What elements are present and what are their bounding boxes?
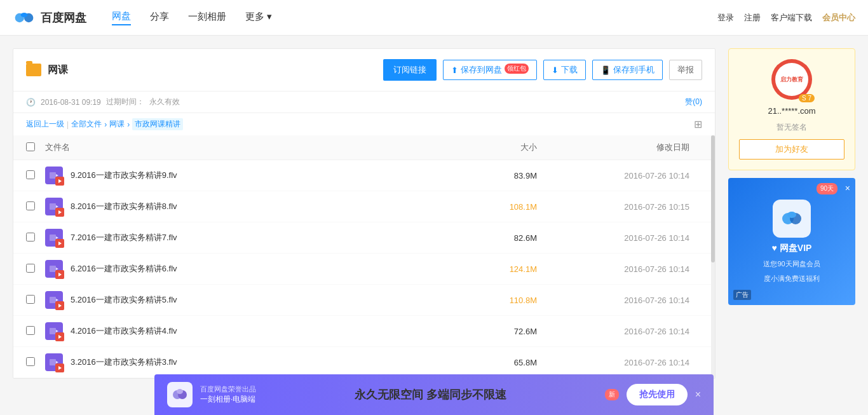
view-toggle[interactable]: ⊞	[694, 118, 702, 130]
ad-label: 广告	[733, 290, 751, 300]
subscribe-button[interactable]: 订阅链接	[383, 59, 437, 81]
svg-point-2	[21, 12, 28, 17]
file-checkbox-0[interactable]	[26, 170, 35, 179]
login-link[interactable]: 登录	[717, 12, 734, 24]
file-checkbox-5[interactable]	[26, 326, 35, 335]
ad-close-button[interactable]: ×	[845, 183, 850, 193]
scrollbar-track[interactable]	[711, 135, 715, 378]
file-icon-wrap	[45, 260, 65, 278]
table-row[interactable]: 9.2016一建市政实务精讲9.flv 83.9M 2016-07-26 10:…	[13, 160, 715, 191]
video-file-icon	[45, 260, 63, 278]
table-header: 文件名 大小 修改日期	[13, 135, 715, 160]
play-badge	[55, 364, 64, 372]
main-nav: 网盘 分享 一刻相册 更多 ▾	[112, 10, 717, 25]
avatar-wrap: 启力教育 S 7	[771, 59, 812, 100]
svg-marker-11	[58, 242, 62, 245]
vip-badge: S 7	[799, 94, 815, 102]
meta-date: 2016-08-31 09:19	[41, 98, 101, 107]
save-cloud-icon: ⬆	[451, 65, 458, 75]
file-size: 65.8M	[499, 358, 575, 367]
save-to-cloud-button[interactable]: ⬆ 保存到网盘 领红包	[443, 60, 537, 80]
breadcrumb-parent[interactable]: 网课	[109, 119, 125, 130]
scrollbar-thumb[interactable]	[711, 135, 715, 262]
meta-expiry-value: 永久有效	[149, 97, 180, 107]
table-row[interactable]: 8.2016一建市政实务精讲8.flv 108.1M 2016-07-26 10…	[13, 191, 715, 222]
breadcrumb-arrow-2: ›	[127, 120, 130, 129]
svg-marker-5	[58, 179, 62, 183]
play-badge	[55, 270, 64, 279]
nav-item-share[interactable]: 分享	[150, 11, 169, 25]
file-size: 124.1M	[499, 264, 575, 274]
column-header-name: 文件名	[45, 142, 499, 153]
logo-text: 百度网盘	[41, 10, 86, 25]
meta-row: 🕐 2016-08-31 09:19 过期时间： 永久有效 赞(0)	[13, 92, 715, 113]
file-name: 8.2016一建市政实务精讲8.flv	[71, 201, 499, 212]
svg-point-26	[787, 212, 796, 218]
file-name: 7.2016一建市政实务精讲7.flv	[71, 232, 499, 243]
file-size: 82.6M	[499, 233, 575, 243]
file-icon-wrap	[45, 353, 65, 371]
register-link[interactable]: 注册	[744, 12, 761, 24]
action-buttons: 订阅链接 ⬆ 保存到网盘 领红包 ⬇ 下载 📱 保存到手机 举报	[383, 59, 702, 81]
table-row[interactable]: 5.2016一建市政实务精讲5.flv 110.8M 2016-07-26 10…	[13, 285, 715, 316]
table-row[interactable]: 3.2016一建市政实务精讲3.flv 65.8M 2016-07-26 10:…	[13, 347, 715, 378]
file-size: 72.6M	[499, 327, 575, 336]
file-checkbox-3[interactable]	[26, 264, 35, 273]
file-checkbox-1[interactable]	[26, 201, 35, 210]
meta-likes[interactable]: 赞(0)	[685, 97, 702, 107]
meta-left: 🕐 2016-08-31 09:19 过期时间： 永久有效	[26, 97, 180, 107]
file-name: 9.2016一建市政实务精讲9.flv	[71, 170, 499, 181]
breadcrumb-back[interactable]: 返回上一级	[26, 119, 64, 130]
file-name: 3.2016一建市政实务精讲3.flv	[71, 357, 499, 368]
ad-vip-label: ♥ 网盘VIP	[772, 243, 812, 254]
svg-marker-17	[58, 304, 62, 308]
download-button[interactable]: ⬇ 下载	[543, 60, 586, 80]
nav-item-wangpan[interactable]: 网盘	[112, 10, 131, 25]
file-name: 6.2016一建市政实务精讲6.flv	[71, 263, 499, 275]
file-checkbox-6[interactable]	[26, 357, 35, 366]
play-badge	[55, 177, 64, 186]
main-container: 网课 订阅链接 ⬆ 保存到网盘 领红包 ⬇ 下载 📱 保存到手机 举报	[0, 36, 868, 379]
add-friend-button[interactable]: 加为好友	[739, 139, 844, 160]
client-download-link[interactable]: 客户端下载	[771, 12, 812, 24]
header-right: 登录 注册 客户端下载 会员中心	[717, 12, 855, 24]
file-date: 2016-07-26 10:14	[575, 264, 702, 274]
video-file-icon	[45, 322, 63, 340]
file-size: 108.1M	[499, 202, 575, 212]
video-file-icon	[45, 229, 63, 247]
table-row[interactable]: 6.2016一建市政实务精讲6.flv 124.1M 2016-07-26 10…	[13, 254, 715, 285]
select-all-checkbox[interactable]	[26, 142, 35, 151]
table-row[interactable]: 7.2016一建市政实务精讲7.flv 82.6M 2016-07-26 10:…	[13, 222, 715, 254]
file-list-wrap: 文件名 大小 修改日期	[13, 135, 715, 378]
breadcrumb-current[interactable]: 市政网课精讲	[132, 118, 183, 130]
file-checkbox-2[interactable]	[26, 233, 35, 242]
report-button[interactable]: 举报	[669, 60, 702, 80]
grid-view-icon[interactable]: ⊞	[694, 118, 702, 130]
vip-center-link[interactable]: 会员中心	[822, 12, 855, 24]
file-icon-wrap	[45, 322, 65, 340]
breadcrumb-row: 返回上一级 | 全部文件 › 网课 › 市政网课精讲 ⊞	[13, 113, 715, 135]
header: 百度网盘 网盘 分享 一刻相册 更多 ▾ 登录 注册 客户端下载 会员中心	[0, 0, 868, 36]
breadcrumb-arrow-1: ›	[104, 120, 107, 129]
ad-vip-icon	[773, 200, 811, 238]
ad-banner: 90天 × ♥ 网盘VIP 送您90天网盘会员 度小满免费送福利 广告	[728, 178, 855, 305]
nav-item-album[interactable]: 一刻相册	[188, 11, 226, 25]
avatar-text: 启力教育	[780, 76, 803, 83]
svg-marker-14	[58, 273, 62, 276]
profile-nickname: 暂无签名	[776, 122, 807, 133]
logo-icon	[13, 9, 36, 27]
breadcrumb-all-files[interactable]: 全部文件	[71, 119, 102, 130]
file-checkbox-4[interactable]	[26, 295, 35, 304]
svg-marker-8	[58, 210, 62, 214]
save-to-phone-button[interactable]: 📱 保存到手机	[592, 60, 663, 80]
file-date: 2016-07-26 10:14	[575, 327, 702, 336]
file-name: 4.2016一建市政实务精讲4.flv	[71, 325, 499, 337]
file-table: 文件名 大小 修改日期	[13, 135, 715, 378]
table-row[interactable]: 4.2016一建市政实务精讲4.flv 72.6M 2016-07-26 10:…	[13, 316, 715, 347]
logo-area: 百度网盘	[13, 9, 86, 27]
nav-item-more[interactable]: 更多 ▾	[245, 11, 272, 25]
breadcrumb: 返回上一级 | 全部文件 › 网课 › 市政网课精讲	[26, 118, 183, 130]
file-date: 2016-07-26 10:15	[575, 202, 702, 212]
breadcrumb-separator-1: |	[67, 120, 69, 129]
file-icon-wrap	[45, 167, 65, 184]
